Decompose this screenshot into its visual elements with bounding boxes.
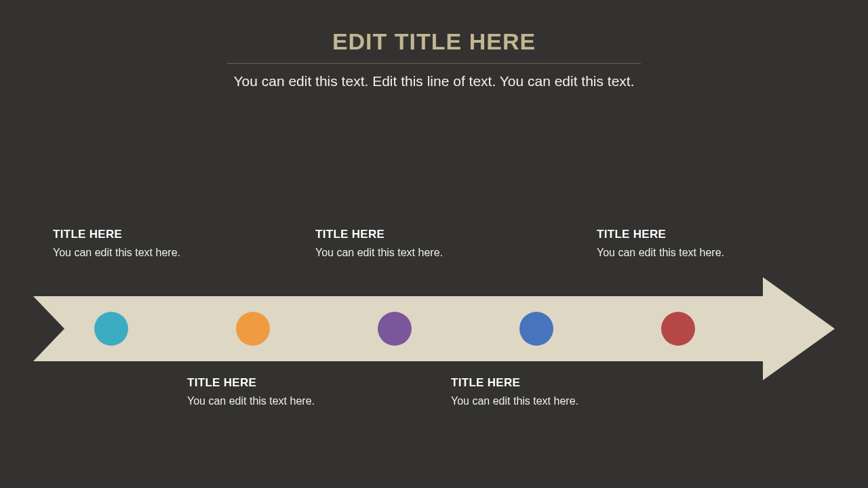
arrow-tail-notch xyxy=(33,296,64,361)
item-body: You can edit this text here. xyxy=(53,245,182,260)
item-title: TITLE HERE xyxy=(451,376,580,390)
timeline-dot-3[interactable] xyxy=(378,312,412,346)
timeline-dot-4[interactable] xyxy=(519,312,553,346)
timeline-item-2[interactable]: TITLE HERE You can edit this text here. xyxy=(187,376,316,409)
item-body: You can edit this text here. xyxy=(451,394,580,409)
item-body: You can edit this text here. xyxy=(597,245,726,260)
item-title: TITLE HERE xyxy=(597,228,726,241)
timeline-item-3[interactable]: TITLE HERE You can edit this text here. xyxy=(315,228,444,260)
title-divider xyxy=(227,63,641,64)
item-title: TITLE HERE xyxy=(53,228,182,241)
timeline-dot-1[interactable] xyxy=(94,312,128,346)
timeline-item-4[interactable]: TITLE HERE You can edit this text here. xyxy=(451,376,580,409)
item-title: TITLE HERE xyxy=(187,376,316,390)
slide-subtitle[interactable]: You can edit this text. Edit this line o… xyxy=(0,73,868,89)
slide-title[interactable]: EDIT TITLE HERE xyxy=(0,0,868,55)
item-body: You can edit this text here. xyxy=(315,245,444,260)
item-title: TITLE HERE xyxy=(315,228,444,241)
timeline-arrow xyxy=(33,296,835,361)
timeline-item-1[interactable]: TITLE HERE You can edit this text here. xyxy=(53,228,182,260)
item-body: You can edit this text here. xyxy=(187,394,316,409)
timeline-dot-2[interactable] xyxy=(236,312,270,346)
slide: EDIT TITLE HERE You can edit this text. … xyxy=(0,0,868,488)
arrow-head-icon xyxy=(763,277,835,380)
timeline-item-5[interactable]: TITLE HERE You can edit this text here. xyxy=(597,228,726,260)
timeline-dot-5[interactable] xyxy=(661,312,695,346)
